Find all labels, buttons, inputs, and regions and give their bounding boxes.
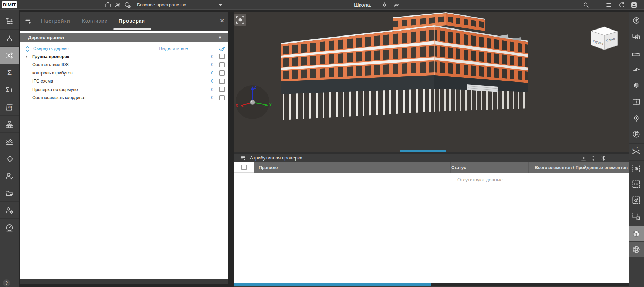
right-toolbar: 12 bbox=[629, 12, 644, 287]
sheet-2d-icon[interactable]: 2D bbox=[0, 99, 19, 116]
tab-checks[interactable]: Проверки bbox=[119, 12, 145, 31]
hide-box-icon[interactable] bbox=[629, 193, 644, 208]
workspace-selector[interactable]: Базовое пространство bbox=[134, 0, 234, 10]
section-lines-icon[interactable]: 12 bbox=[629, 143, 644, 159]
item-count: 0 bbox=[211, 87, 213, 92]
checks-shuffle-icon[interactable] bbox=[0, 47, 19, 64]
column-divider bbox=[450, 162, 451, 173]
item-checkbox[interactable] bbox=[219, 79, 225, 84]
table-settings-gear-icon[interactable] bbox=[599, 154, 607, 162]
orbit-sphere-icon[interactable] bbox=[629, 242, 644, 257]
panel-menu-icon[interactable] bbox=[239, 154, 248, 162]
profile-icon[interactable] bbox=[629, 1, 638, 9]
item-checkbox[interactable] bbox=[219, 54, 225, 59]
workspace-label: Базовое пространство bbox=[137, 0, 186, 10]
axis-gizmo[interactable]: Z Y X bbox=[234, 84, 273, 123]
user-location-icon[interactable] bbox=[0, 202, 19, 219]
horizontal-scrollbar bbox=[234, 283, 629, 286]
viewport-3d[interactable]: Z Y X Справа Слева Атр bbox=[234, 12, 629, 287]
row-height-icon[interactable] bbox=[579, 154, 588, 162]
project-title: Школа. bbox=[354, 0, 372, 10]
section-cube-icon[interactable] bbox=[629, 78, 644, 93]
locate-icon[interactable] bbox=[629, 110, 644, 126]
item-count: 0 bbox=[211, 54, 213, 59]
item-checkbox[interactable] bbox=[219, 87, 225, 92]
selection-frames-icon[interactable] bbox=[629, 29, 644, 44]
results-panel: Атрибутивная проверка Правило Статус bbox=[234, 150, 629, 287]
header-checkbox-cell bbox=[234, 162, 254, 173]
solid-cube-icon[interactable] bbox=[629, 226, 644, 241]
isolate-box-icon[interactable] bbox=[629, 160, 644, 176]
section-title: Дерево правил bbox=[28, 33, 64, 42]
flag-icon[interactable] bbox=[629, 126, 644, 142]
show-box-icon[interactable] bbox=[629, 176, 644, 192]
user-check-icon[interactable] bbox=[0, 168, 19, 184]
org-chart-icon[interactable] bbox=[0, 116, 19, 133]
search-icon[interactable] bbox=[581, 1, 591, 9]
tree-item[interactable]: контроль атрибутов 0 bbox=[20, 69, 228, 77]
item-checkbox[interactable] bbox=[219, 62, 225, 67]
sum-plus-icon[interactable]: Σ+ bbox=[0, 81, 19, 98]
item-checkbox[interactable] bbox=[219, 70, 225, 76]
column-total-passed: Всего элементов / Пройденных элементов bbox=[535, 162, 629, 173]
rules-tree: ▾ Группа проверок 0 Соответствие IDS 0 к… bbox=[20, 52, 228, 102]
trends-icon[interactable] bbox=[0, 133, 19, 150]
item-checkbox[interactable] bbox=[219, 95, 225, 100]
collapse-rows-icon[interactable] bbox=[589, 154, 598, 162]
tree-item[interactable]: ▾ Группа проверок 0 bbox=[20, 52, 228, 61]
sum-icon[interactable]: Σ bbox=[0, 64, 19, 81]
item-count: 0 bbox=[211, 95, 213, 100]
fit-view-button[interactable] bbox=[234, 14, 246, 26]
rules-tree-section-bar[interactable]: Дерево правил ▼ bbox=[20, 33, 228, 42]
journal-list-icon[interactable] bbox=[604, 1, 613, 9]
collapse-tree-link[interactable]: Свернуть дерево bbox=[33, 46, 69, 51]
scrollbar-thumb[interactable] bbox=[234, 283, 431, 286]
chevron-down-icon: ▼ bbox=[218, 33, 222, 42]
ruler-icon[interactable] bbox=[629, 46, 644, 61]
tab-collisions[interactable]: Коллизии bbox=[82, 12, 108, 31]
help-button[interactable]: ? bbox=[3, 279, 10, 287]
branch-icon[interactable] bbox=[0, 30, 19, 47]
panel-menu-icon[interactable] bbox=[24, 17, 33, 25]
axis-y-label: Y bbox=[269, 103, 272, 107]
plugin-puzzle-icon[interactable] bbox=[0, 150, 19, 167]
column-divider bbox=[528, 162, 529, 173]
app-logo[interactable]: BiMiT bbox=[2, 1, 17, 8]
floor-plan-icon[interactable] bbox=[629, 94, 644, 110]
settings-gear-icon[interactable] bbox=[380, 1, 389, 9]
flip-planes-icon[interactable] bbox=[629, 62, 644, 77]
expand-collapse-icon[interactable] bbox=[26, 46, 30, 52]
item-count: 0 bbox=[211, 71, 213, 76]
navigation-cube[interactable]: Справа Слева bbox=[589, 25, 619, 51]
active-tab-underline bbox=[113, 28, 151, 30]
checks-panel-header: Настройки Коллизии Проверки ✕ bbox=[20, 12, 228, 31]
close-icon[interactable]: ✕ bbox=[217, 17, 226, 26]
tree-item[interactable]: Соответствие IDS 0 bbox=[20, 61, 228, 69]
tree-item[interactable]: Проверка по формуле 0 bbox=[20, 85, 228, 94]
clear-box-icon[interactable] bbox=[629, 209, 644, 224]
tab-settings[interactable]: Настройки bbox=[41, 12, 70, 31]
tree-item[interactable]: IFC-схема 0 bbox=[20, 77, 228, 86]
axis-x-label: X bbox=[236, 104, 238, 107]
results-panel-title: Атрибутивная проверка bbox=[250, 154, 302, 162]
team-icon[interactable] bbox=[113, 1, 122, 9]
column-status: Статус bbox=[451, 162, 466, 173]
model-tree-icon[interactable] bbox=[0, 13, 19, 30]
sync-notifications-icon[interactable] bbox=[617, 1, 626, 9]
double-check-icon[interactable] bbox=[219, 46, 226, 51]
select-all-checkbox[interactable] bbox=[241, 165, 247, 170]
empty-state-text: Отсутствуют данные bbox=[431, 177, 529, 182]
tree-actions-row: Свернуть дерево Выделить всё bbox=[20, 45, 228, 53]
svg-text:1: 1 bbox=[632, 148, 634, 150]
shield-clock-icon[interactable] bbox=[123, 1, 132, 9]
select-all-link[interactable]: Выделить всё bbox=[159, 46, 188, 51]
tree-item[interactable]: Соотносимость координат 0 bbox=[20, 94, 228, 102]
tree-sphere-icon[interactable] bbox=[629, 13, 644, 28]
share-icon[interactable] bbox=[392, 1, 401, 9]
results-table-header: Правило Статус Всего элементов / Пройден… bbox=[234, 162, 629, 173]
folder-share-icon[interactable] bbox=[0, 185, 19, 202]
briefcase-icon[interactable] bbox=[103, 1, 112, 9]
results-panel-header: Атрибутивная проверка bbox=[234, 154, 629, 162]
gauge-icon[interactable] bbox=[0, 219, 19, 236]
caret-down-icon[interactable]: ▾ bbox=[26, 54, 30, 58]
